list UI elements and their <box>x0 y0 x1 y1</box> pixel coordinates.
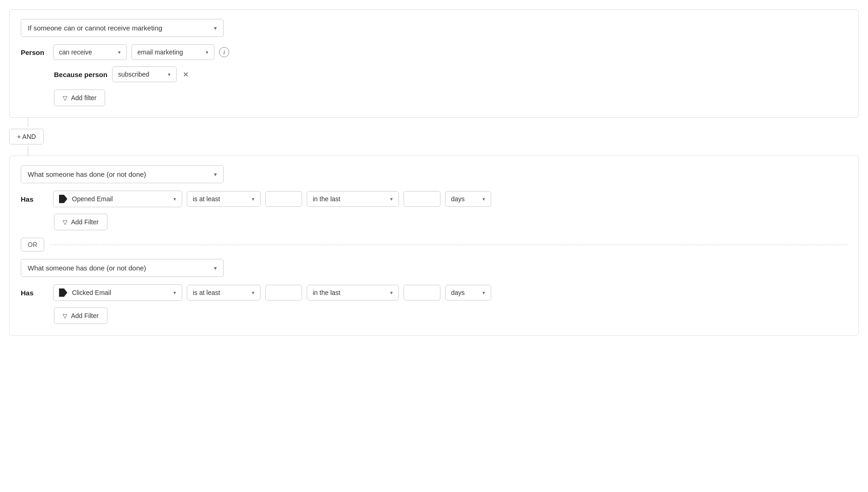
opened-email-icon <box>59 195 67 203</box>
is-at-least-chevron-1: ▾ <box>252 196 255 202</box>
main-condition-chevron-2: ▾ <box>214 171 217 178</box>
main-condition-dropdown-3[interactable]: What someone has done (or not done) ▾ <box>21 259 224 277</box>
and-line-top <box>28 118 28 127</box>
because-row: Because person subscribed ▾ × <box>54 66 847 82</box>
clicked-email-dropdown[interactable]: Clicked Email ▾ <box>53 284 182 301</box>
email-marketing-value: email marketing <box>137 48 183 56</box>
email-marketing-dropdown[interactable]: email marketing ▾ <box>131 44 214 60</box>
add-filter-label-3: Add Filter <box>71 312 99 319</box>
in-the-last-chevron-2: ▾ <box>390 290 393 296</box>
info-icon[interactable]: i <box>219 47 229 57</box>
days-dropdown-1[interactable]: days ▾ <box>445 191 491 207</box>
add-filter-button-2[interactable]: ▽ Add Filter <box>54 214 107 230</box>
can-receive-chevron: ▾ <box>118 49 121 55</box>
days-input-2[interactable] <box>404 285 440 300</box>
opened-email-value: Opened Email <box>72 195 113 203</box>
days-input-1[interactable] <box>404 191 440 207</box>
opened-email-dropdown[interactable]: Opened Email ▾ <box>53 191 182 207</box>
has-label-1: Has <box>21 195 48 203</box>
main-condition-label-1: If someone can or cannot receive marketi… <box>28 24 162 32</box>
or-button[interactable]: OR <box>21 238 44 252</box>
and-button[interactable]: + AND <box>9 129 44 144</box>
and-line-bottom <box>28 146 28 156</box>
person-row: Person can receive ▾ email marketing ▾ i <box>21 44 847 60</box>
days-value-2: days <box>451 289 465 296</box>
person-label: Person <box>21 48 48 56</box>
can-receive-dropdown[interactable]: can receive ▾ <box>53 44 127 60</box>
email-marketing-chevron: ▾ <box>206 49 208 55</box>
main-condition-chevron-1: ▾ <box>214 25 217 31</box>
in-the-last-chevron-1: ▾ <box>390 196 393 202</box>
opened-email-chevron: ▾ <box>173 196 176 202</box>
days-chevron-2: ▾ <box>482 290 485 296</box>
clicked-email-value: Clicked Email <box>72 289 111 296</box>
filter-icon-2: ▽ <box>63 219 67 226</box>
add-filter-button-1[interactable]: ▽ Add filter <box>54 90 105 106</box>
count-input-2[interactable] <box>265 285 302 300</box>
add-filter-label-2: Add Filter <box>71 218 99 226</box>
add-filter-button-3[interactable]: ▽ Add Filter <box>54 307 107 324</box>
sub-condition-block-3: What someone has done (or not done) ▾ Ha… <box>21 259 847 324</box>
in-the-last-dropdown-2[interactable]: in the last ▾ <box>307 285 399 300</box>
in-the-last-dropdown-1[interactable]: in the last ▾ <box>307 191 399 207</box>
in-the-last-value-2: in the last <box>313 289 340 296</box>
has-row-clicked: Has Clicked Email ▾ is at least ▾ in the… <box>21 284 847 301</box>
is-at-least-value-2: is at least <box>193 289 220 296</box>
clicked-email-chevron: ▾ <box>173 290 176 296</box>
clicked-email-icon <box>59 288 67 297</box>
condition-block-1: If someone can or cannot receive marketi… <box>9 9 859 118</box>
is-at-least-dropdown-1[interactable]: is at least ▾ <box>187 191 261 207</box>
in-the-last-value-1: in the last <box>313 195 340 203</box>
has-label-2: Has <box>21 289 48 297</box>
condition-block-2: What someone has done (or not done) ▾ Ha… <box>9 156 859 336</box>
and-connector: + AND <box>9 118 859 156</box>
filter-icon-3: ▽ <box>63 312 67 319</box>
main-condition-dropdown-1[interactable]: If someone can or cannot receive marketi… <box>21 19 224 37</box>
or-line <box>50 245 847 245</box>
main-condition-label-2: What someone has done (or not done) <box>28 170 146 178</box>
main-condition-chevron-3: ▾ <box>214 265 217 271</box>
days-value-1: days <box>451 195 465 203</box>
is-at-least-chevron-2: ▾ <box>252 290 255 296</box>
add-filter-label-1: Add filter <box>71 94 96 102</box>
subscribed-chevron: ▾ <box>168 72 171 78</box>
days-dropdown-2[interactable]: days ▾ <box>445 285 491 300</box>
count-input-1[interactable] <box>265 191 302 207</box>
is-at-least-dropdown-2[interactable]: is at least ▾ <box>187 285 261 300</box>
subscribed-value: subscribed <box>118 71 149 78</box>
is-at-least-value-1: is at least <box>193 195 220 203</box>
main-condition-dropdown-2[interactable]: What someone has done (or not done) ▾ <box>21 165 224 183</box>
because-label: Because person <box>54 71 107 78</box>
subscribed-dropdown[interactable]: subscribed ▾ <box>112 66 177 82</box>
main-condition-label-3: What someone has done (or not done) <box>28 264 146 272</box>
days-chevron-1: ▾ <box>482 196 485 202</box>
or-section: OR <box>21 238 847 252</box>
can-receive-value: can receive <box>59 48 92 56</box>
has-row-opened: Has Opened Email ▾ is at least ▾ in the … <box>21 191 847 207</box>
filter-icon-1: ▽ <box>63 95 67 102</box>
remove-because-button[interactable]: × <box>183 70 189 79</box>
